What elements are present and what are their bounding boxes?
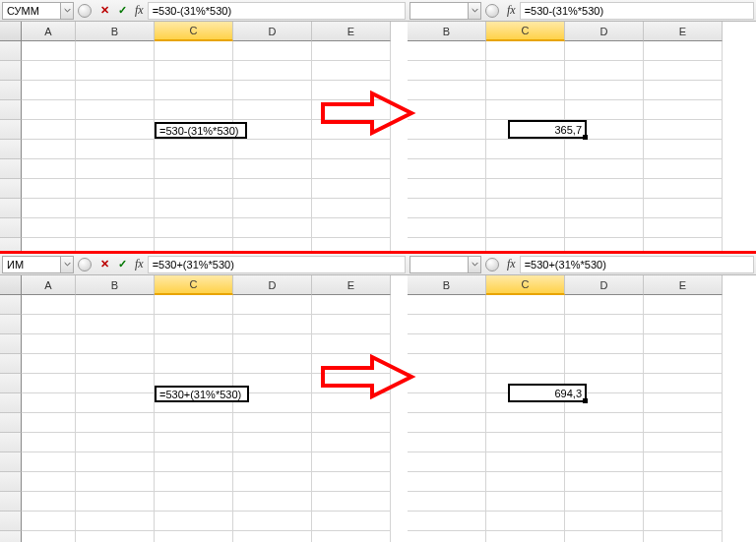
- row-header[interactable]: [0, 354, 22, 374]
- cell[interactable]: [312, 315, 391, 334]
- row-header[interactable]: [0, 199, 22, 218]
- cell[interactable]: [22, 433, 76, 452]
- cell[interactable]: [565, 413, 644, 433]
- cell[interactable]: [312, 354, 391, 374]
- cell[interactable]: [565, 334, 644, 354]
- cell[interactable]: [22, 100, 76, 120]
- cell[interactable]: [565, 315, 644, 334]
- cell[interactable]: [565, 472, 644, 492]
- cell[interactable]: [408, 140, 486, 159]
- cell[interactable]: [155, 354, 233, 374]
- cell[interactable]: [312, 238, 391, 251]
- insert-function-button[interactable]: fx: [507, 257, 516, 271]
- cell[interactable]: [408, 41, 486, 61]
- cell[interactable]: [312, 218, 391, 238]
- cell[interactable]: [312, 199, 391, 218]
- cell[interactable]: [486, 179, 565, 199]
- cell[interactable]: [486, 238, 565, 251]
- cell[interactable]: [408, 81, 486, 100]
- cell[interactable]: [644, 41, 723, 61]
- cell[interactable]: [644, 100, 723, 120]
- cell[interactable]: [155, 472, 233, 492]
- cell[interactable]: [76, 393, 155, 413]
- cell[interactable]: [76, 61, 155, 81]
- cell[interactable]: [408, 315, 486, 334]
- cell[interactable]: [312, 512, 391, 531]
- cell[interactable]: [155, 159, 233, 179]
- cell[interactable]: [76, 492, 155, 512]
- cell[interactable]: [565, 492, 644, 512]
- cell[interactable]: [486, 140, 565, 159]
- cell[interactable]: [644, 159, 723, 179]
- cell[interactable]: [565, 199, 644, 218]
- cell[interactable]: [565, 531, 644, 542]
- cell[interactable]: [312, 374, 391, 393]
- cell[interactable]: [76, 413, 155, 433]
- cell[interactable]: [312, 452, 391, 472]
- cell[interactable]: [565, 452, 644, 472]
- cell[interactable]: [76, 531, 155, 542]
- cell[interactable]: [233, 492, 312, 512]
- cell[interactable]: [76, 81, 155, 100]
- row-header[interactable]: [0, 452, 22, 472]
- cell[interactable]: [408, 238, 486, 251]
- cell[interactable]: [233, 100, 312, 120]
- cell[interactable]: [76, 41, 155, 61]
- cell[interactable]: [408, 472, 486, 492]
- cell[interactable]: [408, 199, 486, 218]
- cell[interactable]: [155, 81, 233, 100]
- row-header[interactable]: [0, 531, 22, 542]
- cell[interactable]: [22, 61, 76, 81]
- cell[interactable]: [644, 374, 723, 393]
- cell[interactable]: [312, 100, 391, 120]
- cell[interactable]: [565, 140, 644, 159]
- row-header[interactable]: [0, 374, 22, 393]
- cell[interactable]: [644, 120, 723, 140]
- row-header[interactable]: [0, 218, 22, 238]
- cell[interactable]: [155, 413, 233, 433]
- cell[interactable]: [486, 41, 565, 61]
- name-box-dropdown[interactable]: [61, 256, 74, 273]
- col-header-B[interactable]: B: [76, 275, 155, 295]
- row-header[interactable]: [0, 295, 22, 315]
- cell[interactable]: [644, 81, 723, 100]
- cell[interactable]: [76, 159, 155, 179]
- col-header-D[interactable]: D: [565, 275, 644, 295]
- select-all-corner[interactable]: [0, 275, 22, 295]
- cell[interactable]: [644, 433, 723, 452]
- cell[interactable]: [312, 81, 391, 100]
- insert-function-button[interactable]: fx: [507, 3, 516, 18]
- cell[interactable]: [644, 413, 723, 433]
- cell[interactable]: [312, 492, 391, 512]
- cell[interactable]: [22, 472, 76, 492]
- cell[interactable]: [565, 295, 644, 315]
- cell[interactable]: [155, 452, 233, 472]
- fill-handle[interactable]: [583, 398, 588, 403]
- cell[interactable]: [312, 61, 391, 81]
- cell[interactable]: [76, 238, 155, 251]
- cell[interactable]: [486, 218, 565, 238]
- cell[interactable]: [22, 413, 76, 433]
- cell[interactable]: [408, 374, 486, 393]
- name-box[interactable]: [410, 256, 469, 273]
- col-header-B[interactable]: B: [76, 22, 155, 41]
- cell[interactable]: [233, 452, 312, 472]
- cell[interactable]: [408, 512, 486, 531]
- row-header[interactable]: [0, 413, 22, 433]
- cell[interactable]: [486, 159, 565, 179]
- cell[interactable]: [644, 472, 723, 492]
- cell[interactable]: [408, 531, 486, 542]
- cell[interactable]: [312, 140, 391, 159]
- cell[interactable]: [644, 199, 723, 218]
- row-header[interactable]: [0, 61, 22, 81]
- cell[interactable]: [155, 295, 233, 315]
- cell[interactable]: [408, 354, 486, 374]
- cell[interactable]: [486, 100, 565, 120]
- cell[interactable]: [155, 140, 233, 159]
- col-header-E[interactable]: E: [644, 275, 723, 295]
- cell[interactable]: [22, 374, 76, 393]
- cell[interactable]: [155, 218, 233, 238]
- col-header-E[interactable]: E: [312, 275, 391, 295]
- name-box-dropdown[interactable]: [61, 2, 74, 20]
- cell[interactable]: [644, 354, 723, 374]
